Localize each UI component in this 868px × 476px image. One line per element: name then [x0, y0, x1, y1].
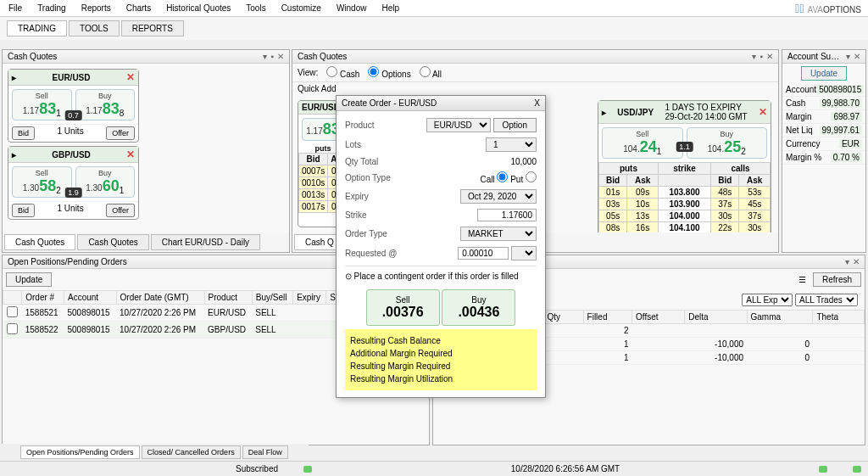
status-bar: Subscribed 10/28/2020 6:26:56 AM GMT — [0, 461, 868, 476]
sell-side[interactable]: Sell1.30582 — [12, 166, 72, 198]
pair-label: USD/JPY — [617, 108, 654, 117]
minimize-icon[interactable]: ▾ — [263, 52, 267, 61]
update-button[interactable]: Update — [801, 66, 847, 81]
quote-tile-usdjpy: ▸USD/JPY1 DAYS TO EXPIRY29-Oct-20 14:00 … — [598, 100, 771, 232]
pair-label: GBP/USD — [52, 150, 91, 160]
menu-item[interactable]: Trading — [37, 3, 66, 13]
close-icon[interactable]: ✕ — [126, 71, 135, 83]
bottom-tab[interactable]: Closed/ Cancelled Orders — [142, 445, 241, 459]
restore-icon[interactable]: ▪ — [270, 52, 274, 61]
update-button[interactable]: Update — [6, 272, 52, 287]
expand-icon[interactable]: ▸ — [12, 73, 16, 82]
bottom-tab[interactable]: Open Positions/Pending Orders — [20, 445, 140, 459]
close-icon[interactable]: ✕ — [759, 106, 767, 118]
requested-input[interactable] — [458, 247, 509, 260]
account-label: Account — [786, 85, 816, 94]
subtab[interactable]: Chart EUR/USD - Daily — [151, 234, 260, 250]
chevron-down-icon[interactable]: ⊙ — [345, 272, 352, 281]
minimize-icon[interactable]: ▾ — [752, 52, 756, 61]
bottom-tab[interactable]: Deal Flow — [242, 445, 288, 459]
status-dot-icon — [853, 466, 861, 473]
expand-icon[interactable]: ▸ — [602, 108, 606, 117]
contingent-label: Place a contingent order if this order i… — [354, 272, 519, 281]
menu-bar: File Trading Reports Charts Historical Q… — [0, 0, 868, 17]
menu-item[interactable]: Help — [381, 3, 399, 13]
marginpct-value: 0.70 % — [831, 153, 862, 162]
expiry-select[interactable]: Oct 29, 2020 — [460, 189, 537, 204]
option-type-label: Option Type — [345, 173, 391, 182]
sell-side[interactable]: Sell1.17831 — [12, 89, 72, 120]
buy-side[interactable]: Buy104.252 — [687, 127, 768, 159]
menu-item[interactable]: Tools — [246, 3, 265, 13]
menu-item[interactable]: Reports — [81, 3, 111, 13]
marginpct-label: Margin % — [786, 153, 821, 162]
exp-select[interactable]: ALL Exp — [742, 294, 793, 306]
pair-label: EUR/USD — [52, 73, 90, 82]
units-label: 1 Units — [58, 204, 84, 217]
call-radio[interactable] — [497, 171, 508, 182]
order-type-select[interactable]: MARKET — [460, 227, 537, 241]
sell-button[interactable]: Sell.00376 — [366, 289, 440, 326]
minimize-icon[interactable]: ▾ — [846, 52, 850, 61]
trades-select[interactable]: ALL Trades — [795, 294, 858, 306]
account-summary-panel: Account Su…▾✕ Update Account500898015 Ca… — [782, 49, 866, 253]
close-icon[interactable]: ✕ — [853, 257, 860, 266]
lots-label: Lots — [345, 140, 361, 149]
buy-side[interactable]: Buy1.17838 — [75, 89, 136, 120]
requested-unit-select[interactable] — [511, 246, 537, 260]
tab-trading[interactable]: TRADING — [7, 20, 67, 36]
bid-button[interactable]: Bid — [12, 204, 35, 217]
bid-button[interactable]: Bid — [12, 126, 35, 140]
menu-item[interactable]: File — [8, 3, 22, 13]
sell-side[interactable]: Sell104.241 — [602, 127, 683, 159]
subtab[interactable]: Cash Quotes — [77, 234, 148, 250]
expiry-label: Expiry — [345, 192, 369, 201]
options-chain-table: putsstrikecalls BidAskBidAsk 01s09s103.8… — [598, 162, 771, 232]
logo: 𝗔⃝ AVAOPTIONS — [795, 2, 861, 15]
close-icon[interactable]: ✕ — [766, 52, 773, 61]
view-options-radio[interactable]: Options — [368, 66, 410, 79]
menu-item[interactable]: Historical Quotes — [166, 3, 231, 13]
expand-icon[interactable]: ▸ — [12, 150, 16, 160]
restore-icon[interactable]: ▪ — [760, 52, 763, 61]
row-checkbox[interactable] — [7, 306, 18, 317]
pair-label: EUR/USD — [302, 103, 340, 112]
netliq-value: 99,997.61 — [820, 126, 863, 135]
spread-badge: 1.9 — [64, 188, 82, 198]
menu-item[interactable]: Window — [337, 3, 367, 13]
row-checkbox[interactable] — [7, 323, 18, 334]
buy-side[interactable]: Buy1.30601 — [75, 166, 136, 198]
offer-button[interactable]: Offer — [106, 126, 135, 140]
tab-tools[interactable]: TOOLS — [69, 20, 120, 36]
toolbar-icon[interactable]: ☰ — [798, 275, 806, 284]
lots-select[interactable]: 1 — [486, 137, 537, 152]
offer-button[interactable]: Offer — [106, 204, 135, 217]
create-order-dialog: Create Order - EUR/USDX ProductEUR/USD O… — [336, 95, 546, 398]
quote-tile-eurusd: ▸EUR/USD✕ Sell1.17831 Buy1.17838 0.7 Bid… — [8, 69, 139, 143]
qty-label: Qty Total — [345, 157, 378, 166]
close-icon[interactable]: X — [534, 98, 540, 108]
refresh-button[interactable]: Refresh — [813, 272, 861, 287]
top-tabs: TRADING TOOLS REPORTS — [0, 17, 868, 40]
view-cash-radio[interactable]: Cash — [326, 66, 359, 79]
menu-item[interactable]: Charts — [126, 3, 151, 13]
strike-label: Strike — [345, 210, 367, 220]
panel-title: Open Positions/Pending Orders — [8, 257, 127, 266]
cash-value: 99,988.70 — [820, 98, 863, 108]
subtab[interactable]: Cash Quotes — [4, 234, 75, 250]
close-icon[interactable]: ✕ — [854, 52, 860, 61]
tab-reports[interactable]: REPORTS — [121, 20, 184, 36]
quote-tile-gbpusd: ▸GBP/USD✕ Sell1.30582 Buy1.30601 1.9 Bid… — [8, 146, 139, 220]
view-label: View: — [298, 68, 318, 77]
option-button[interactable]: Option — [493, 118, 537, 132]
product-select[interactable]: EUR/USD — [426, 118, 491, 132]
menu-item[interactable]: Customize — [281, 3, 321, 13]
view-all-radio[interactable]: All — [420, 66, 442, 79]
strike-input[interactable] — [477, 209, 537, 221]
close-icon[interactable]: ✕ — [277, 52, 284, 61]
dialog-title: Create Order - EUR/USD — [342, 98, 437, 108]
put-radio[interactable] — [526, 171, 537, 182]
minimize-icon[interactable]: ▾ — [845, 257, 849, 266]
buy-button[interactable]: Buy.00436 — [442, 289, 515, 326]
close-icon[interactable]: ✕ — [126, 148, 135, 160]
